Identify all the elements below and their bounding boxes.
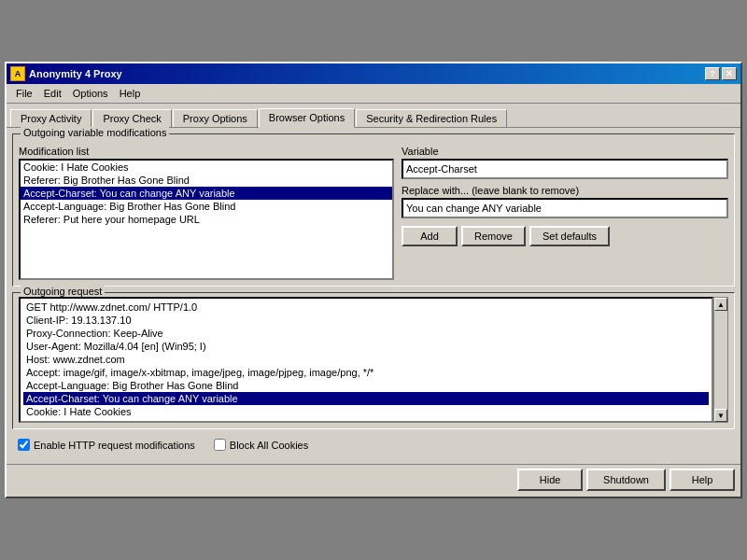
list-item[interactable]: Accept-Language: Big Brother Has Gone Bl… [21,200,392,213]
close-title-button[interactable]: ✕ [722,67,737,80]
list-item[interactable]: Referer: Put here your homepage URL [21,213,392,226]
request-line: GET http://www.zdnet.com/ HTTP/1.0 [23,301,709,314]
list-item[interactable]: Cookie: I Hate Cookies [21,161,392,174]
replace-label: Replace with... (leave blank to remove) [402,185,728,196]
scroll-track [714,311,727,409]
tab-proxy-activity[interactable]: Proxy Activity [10,109,92,129]
menu-bar: File Edit Options Help [7,84,740,104]
menu-options[interactable]: Options [67,86,114,101]
shutdown-button[interactable]: Shutdown [586,469,666,491]
replace-field-group: Replace with... (leave blank to remove) [402,185,728,218]
variable-col: Variable Replace with... (leave blank to… [402,146,728,280]
block-cookies-checkbox[interactable] [214,439,226,451]
scroll-up-arrow[interactable]: ▲ [714,298,727,311]
main-window: A Anonymity 4 Proxy ? ✕ File Edit Option… [5,62,742,498]
request-line: Cookie: I Hate Cookies [23,405,709,418]
help-title-button[interactable]: ? [705,67,720,80]
enable-http-label: Enable HTTP request modifications [34,440,195,451]
request-line: Host: www.zdnet.com [23,353,709,366]
block-cookies-checkbox-label[interactable]: Block All Cookies [214,439,308,451]
scroll-down-arrow[interactable]: ▼ [714,409,727,422]
tab-proxy-options[interactable]: Proxy Options [173,109,258,129]
outgoing-request-group: Outgoing request GET http://www.zdnet.co… [12,292,735,429]
enable-http-checkbox-label[interactable]: Enable HTTP request modifications [18,439,195,451]
main-content: Outgoing variable modifications Modifica… [7,127,740,460]
variable-input[interactable] [402,159,728,179]
outgoing-modifications-group: Outgoing variable modifications Modifica… [12,133,735,287]
tabs-container: Proxy Activity Proxy Check Proxy Options… [7,104,740,127]
hide-button[interactable]: Hide [517,469,583,491]
outgoing-request-wrapper: GET http://www.zdnet.com/ HTTP/1.0 Clien… [19,297,728,423]
modification-list-label: Modification list [19,146,394,157]
help-button[interactable]: Help [669,469,735,491]
list-item[interactable]: Referer: Big Brother Has Gone Blind [21,174,392,187]
request-line: User-Agent: Mozilla/4.04 [en] (Win95; I) [23,340,709,353]
block-cookies-label: Block All Cookies [230,440,308,451]
tab-proxy-check[interactable]: Proxy Check [92,109,171,129]
add-button[interactable]: Add [402,226,458,246]
tab-browser-options[interactable]: Browser Options [259,108,355,128]
bottom-checkboxes: Enable HTTP request modifications Block … [12,435,735,455]
variable-field-group: Variable [402,146,728,179]
outgoing-request-box[interactable]: GET http://www.zdnet.com/ HTTP/1.0 Clien… [19,297,713,423]
title-bar-left: A Anonymity 4 Proxy [10,66,122,81]
app-icon: A [10,66,25,81]
list-item-selected[interactable]: Accept-Charset: You can change ANY varia… [21,187,392,200]
request-line-selected: Accept-Charset: You can change ANY varia… [23,392,709,405]
tab-security-redirection[interactable]: Security & Redirection Rules [356,109,507,129]
menu-help[interactable]: Help [114,86,147,101]
outgoing-request-label: Outgoing request [21,286,105,297]
modifications-two-col: Modification list Cookie: I Hate Cookies… [19,146,728,280]
modification-buttons-row: Add Remove Set defaults [402,226,728,246]
modification-list[interactable]: Cookie: I Hate Cookies Referer: Big Brot… [19,159,394,280]
enable-http-checkbox[interactable] [18,439,30,451]
variable-label: Variable [402,146,728,157]
remove-button[interactable]: Remove [461,226,526,246]
modification-list-col: Modification list Cookie: I Hate Cookies… [19,146,394,280]
request-line: Proxy-Connection: Keep-Alive [23,327,709,340]
title-buttons: ? ✕ [705,67,737,80]
menu-edit[interactable]: Edit [38,86,67,101]
outgoing-modifications-label: Outgoing variable modifications [21,127,169,138]
footer-buttons: Hide Shutdown Help [7,464,740,497]
menu-file[interactable]: File [10,86,38,101]
set-defaults-button[interactable]: Set defaults [529,226,610,246]
replace-input[interactable] [402,198,728,218]
vertical-scrollbar[interactable]: ▲ ▼ [713,297,728,423]
request-line: Client-IP: 19.13.137.10 [23,314,709,327]
window-title: Anonymity 4 Proxy [29,68,122,79]
request-content: GET http://www.zdnet.com/ HTTP/1.0 Clien… [21,299,712,420]
title-bar: A Anonymity 4 Proxy ? ✕ [7,63,740,84]
request-line: Accept: image/gif, image/x-xbitmap, imag… [23,366,709,379]
request-line: Accept-Language: Big Brother Has Gone Bl… [23,379,709,392]
